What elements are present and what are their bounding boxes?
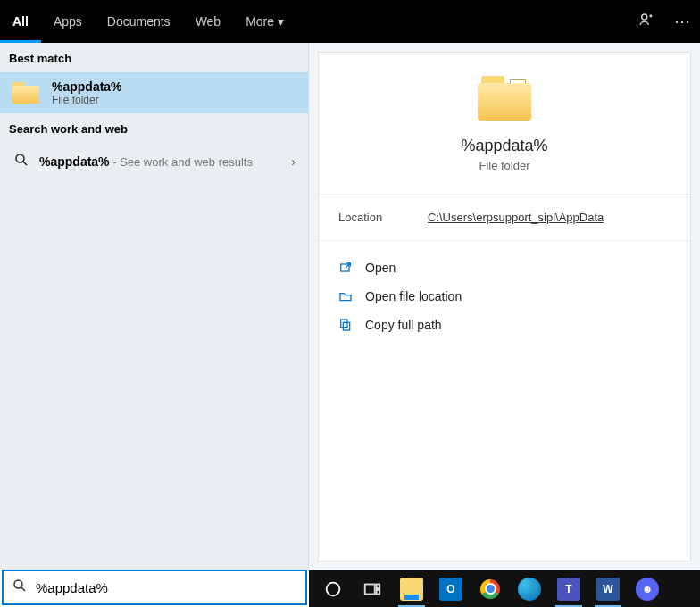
svg-point-1 [16, 154, 24, 162]
taskbar-discord[interactable]: ☻ [629, 571, 666, 607]
search-icon [12, 152, 30, 171]
feedback-icon[interactable] [629, 12, 664, 32]
discord-icon: ☻ [636, 578, 659, 601]
chrome-icon [480, 579, 500, 599]
taskbar-file-explorer[interactable] [393, 571, 430, 607]
action-open-location[interactable]: Open file location [338, 282, 671, 311]
svg-rect-9 [365, 584, 375, 594]
chevron-right-icon: › [291, 154, 296, 169]
more-options-icon[interactable]: ⋯ [664, 12, 700, 31]
search-box[interactable] [2, 570, 307, 605]
web-result[interactable]: %appdata% - See work and web results › [0, 143, 308, 180]
action-open[interactable]: Open [338, 254, 671, 282]
taskbar-taskview[interactable] [354, 571, 391, 607]
svg-point-0 [642, 14, 647, 20]
location-label: Location [338, 211, 428, 224]
web-result-suffix: - See work and web results [110, 155, 253, 169]
word-icon: W [596, 578, 620, 601]
chevron-down-icon: ▾ [278, 0, 284, 43]
outlook-icon: O [439, 578, 462, 601]
teams-icon: T [557, 578, 580, 601]
svg-point-6 [14, 580, 22, 588]
best-match-result[interactable]: %appdata% File folder [0, 72, 308, 113]
result-subtitle: File folder [52, 94, 122, 106]
tab-web[interactable]: Web [183, 0, 234, 43]
open-icon [338, 261, 353, 275]
results-pane: Best match %appdata% File folder Search … [0, 43, 309, 570]
preview-subtitle: File folder [479, 159, 529, 172]
svg-rect-10 [377, 584, 380, 588]
folder-large-icon [478, 76, 531, 121]
section-work-web: Search work and web [0, 113, 308, 143]
search-filter-tabbar: All Apps Documents Web More▾ ⋯ [0, 0, 700, 43]
web-result-query: %appdata% [39, 154, 110, 169]
location-path[interactable]: C:\Users\erpsupport_sipl\AppData [428, 211, 604, 224]
taskbar-chrome[interactable] [471, 571, 509, 607]
action-copy-path[interactable]: Copy full path [338, 311, 671, 339]
svg-rect-4 [343, 322, 349, 330]
edge-icon [518, 578, 541, 601]
taskbar-cortana[interactable] [314, 571, 352, 607]
svg-rect-5 [341, 320, 347, 328]
svg-line-2 [23, 162, 27, 165]
tab-apps[interactable]: Apps [41, 0, 95, 43]
taskbar-edge[interactable] [511, 571, 548, 607]
taskbar-word[interactable]: W [589, 571, 627, 607]
folder-icon [12, 80, 43, 105]
result-title: %appdata% [52, 79, 122, 94]
copy-icon [338, 318, 353, 332]
location-row: Location C:\Users\erpsupport_sipl\AppDat… [319, 195, 690, 241]
taskbar-outlook[interactable]: O [432, 571, 470, 607]
taskbar: O T W ☻ [309, 570, 700, 607]
tab-documents[interactable]: Documents [95, 0, 183, 43]
preview-title: %appdata% [461, 137, 547, 155]
section-best-match: Best match [0, 43, 308, 72]
search-input[interactable] [36, 580, 305, 595]
search-icon [4, 578, 36, 597]
preview-pane: %appdata% File folder Location C:\Users\… [309, 43, 700, 570]
file-explorer-icon [400, 578, 423, 601]
folder-open-icon [338, 289, 353, 304]
tab-all[interactable]: All [0, 0, 41, 43]
tab-more[interactable]: More▾ [233, 0, 296, 43]
svg-line-7 [21, 587, 25, 591]
taskbar-teams[interactable]: T [550, 571, 588, 607]
svg-rect-11 [377, 589, 380, 594]
svg-point-8 [327, 582, 340, 595]
